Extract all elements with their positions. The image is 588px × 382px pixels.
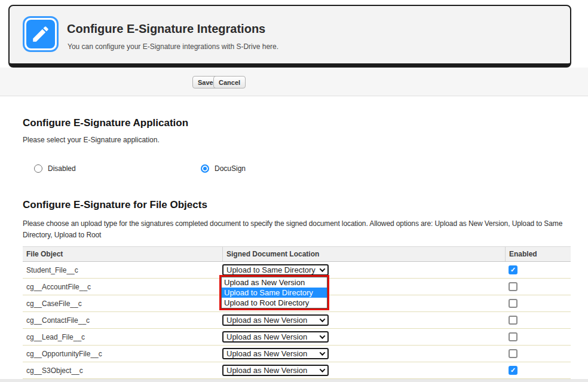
radio-button[interactable]: [201, 164, 209, 173]
page-subtitle: You can configure your E-Signature integ…: [68, 42, 278, 51]
cancel-button[interactable]: Cancel: [213, 76, 246, 88]
table-row: cg__Lead_File__c Upload as New Version ✓: [23, 329, 571, 346]
page-title: Configure E-Signature Integrations: [67, 22, 265, 36]
column-header-location: Signed Document Location: [222, 247, 505, 261]
file-object-name: cg__S3Object__c: [23, 362, 222, 378]
location-select-value: Upload as New Version: [226, 316, 320, 325]
enabled-checkbox[interactable]: ✓: [509, 282, 517, 291]
page: Configure E-Signature Integrations You c…: [0, 0, 588, 382]
location-select-value: Upload as New Version: [226, 332, 320, 341]
radio-label: Disabled: [48, 164, 76, 173]
table-row: cg__OpportunityFile__c Upload as New Ver…: [23, 346, 571, 362]
check-icon: ✓: [510, 267, 516, 273]
chevron-down-icon: [320, 350, 326, 356]
chevron-down-icon: [320, 366, 326, 372]
annotation-highlight-box: Upload as New Version Upload to Same Dir…: [219, 275, 329, 310]
file-object-name: cg__Lead_File__c: [23, 329, 222, 345]
location-select-value: Upload to Same Directory: [226, 265, 320, 274]
location-select-value: Upload as New Version: [226, 349, 320, 358]
location-select[interactable]: Upload to Same Directory: [222, 264, 329, 276]
file-object-name: cg__CaseFile__c: [23, 295, 222, 311]
enabled-checkbox[interactable]: ✓: [509, 349, 517, 358]
location-select[interactable]: Upload as New Version: [222, 314, 329, 326]
table-row: cg__S3Object__c Upload as New Version ✓: [23, 362, 571, 379]
toolbar: Save Cancel: [0, 68, 588, 96]
location-select[interactable]: Upload as New Version: [222, 365, 329, 376]
pencil-icon: [26, 20, 55, 48]
location-dropdown-list: Upload as New Version Upload to Same Dir…: [221, 277, 327, 308]
table-header-row: File Object Signed Document Location Ena…: [23, 246, 571, 262]
header-panel: Configure E-Signature Integrations You c…: [8, 5, 571, 68]
enabled-checkbox[interactable]: ✓: [509, 366, 517, 375]
radio-option-disabled[interactable]: Disabled: [34, 164, 76, 173]
column-header-file-object: File Object: [23, 247, 222, 261]
radio-label: DocuSign: [215, 164, 246, 173]
file-object-name: cg__ContactFile__c: [23, 312, 222, 328]
enabled-checkbox[interactable]: ✓: [509, 316, 517, 325]
enabled-checkbox[interactable]: ✓: [509, 265, 517, 274]
chevron-down-icon: [320, 333, 326, 339]
file-section-description: Please choose an upload type for the sig…: [23, 218, 570, 240]
column-header-enabled: Enabled: [505, 247, 571, 261]
location-select[interactable]: Upload as New Version: [222, 331, 329, 343]
file-objects-table: File Object Signed Document Location Ena…: [23, 246, 571, 379]
app-icon-frame: [23, 16, 59, 52]
app-section-description: Please select your E-Signature applicati…: [23, 136, 160, 144]
file-object-name: Student_File__c: [23, 262, 222, 278]
chevron-down-icon: [320, 266, 326, 272]
location-select-value: Upload as New Version: [226, 366, 320, 375]
file-section-heading: Configure E-Signature for File Objects: [23, 199, 207, 211]
radio-button[interactable]: [34, 164, 42, 173]
dropdown-option[interactable]: Upload to Same Directory: [222, 288, 327, 298]
table-row: cg__ContactFile__c Upload as New Version…: [23, 312, 571, 329]
app-section-heading: Configure E-Signature Application: [23, 117, 188, 129]
chevron-down-icon: [320, 316, 326, 322]
enabled-checkbox[interactable]: ✓: [509, 299, 517, 308]
file-object-name: cg__OpportunityFile__c: [23, 346, 222, 362]
check-icon: ✓: [510, 367, 516, 374]
dropdown-option[interactable]: Upload as New Version: [222, 277, 327, 288]
file-object-name: cg__AccountFile__c: [23, 279, 222, 295]
radio-option-docusign[interactable]: DocuSign: [201, 164, 246, 173]
page-bottom-edge: [0, 379, 588, 382]
dropdown-option[interactable]: Upload to Root Directory: [222, 298, 327, 308]
enabled-checkbox[interactable]: ✓: [509, 332, 517, 341]
location-select[interactable]: Upload as New Version: [222, 348, 329, 359]
